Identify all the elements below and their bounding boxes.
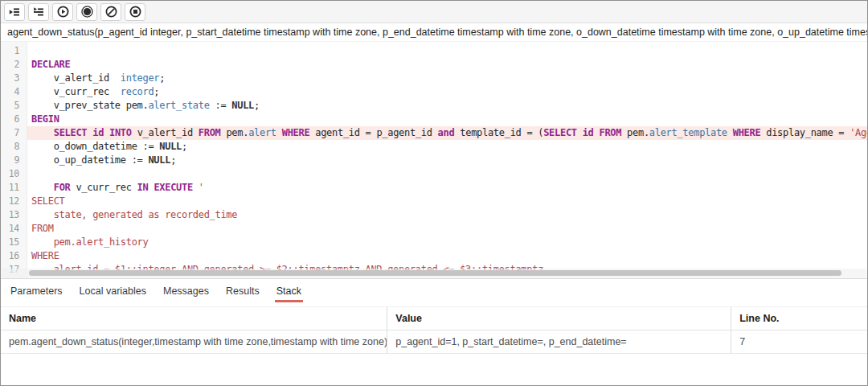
line-content: v_prev_state pem.alert_state := NULL; bbox=[27, 99, 867, 113]
line-number[interactable]: 4 bbox=[1, 85, 27, 99]
tab-local-variables[interactable]: Local variables bbox=[78, 284, 148, 302]
line-number[interactable]: 15 bbox=[1, 236, 27, 249]
step-over-button[interactable] bbox=[28, 3, 49, 21]
line-number[interactable]: 13 bbox=[1, 208, 27, 222]
line-content: SELECT bbox=[27, 195, 867, 208]
code-line[interactable]: 13 state, generated as recorded_time bbox=[1, 208, 867, 222]
step-over-icon bbox=[33, 6, 44, 18]
stack-value-cell: p_agent_id=1, p_start_datetime=, p_end_d… bbox=[387, 331, 731, 354]
bottom-panel-tabs: ParametersLocal variablesMessagesResults… bbox=[1, 279, 867, 302]
tab-stack[interactable]: Stack bbox=[275, 284, 303, 302]
code-line[interactable]: 1 bbox=[1, 44, 867, 58]
line-content: FOR v_curr_rec IN EXECUTE ' bbox=[27, 181, 867, 195]
code-line[interactable]: 3 v_alert_id integer; bbox=[1, 72, 867, 85]
line-content: DECLARE bbox=[27, 58, 867, 72]
line-content: o_down_datetime := NULL; bbox=[27, 140, 867, 154]
line-content: FROM bbox=[27, 222, 867, 236]
code-line[interactable]: 4 v_curr_rec record; bbox=[1, 85, 867, 99]
line-content: o_up_datetime := NULL; bbox=[27, 154, 867, 167]
stack-line-no-cell: 7 bbox=[731, 331, 867, 354]
code-editor[interactable]: 12DECLARE3 v_alert_id integer;4 v_curr_r… bbox=[1, 42, 867, 278]
line-content: WHERE bbox=[27, 249, 867, 263]
line-number[interactable]: 2 bbox=[1, 58, 27, 72]
horizontal-scrollbar-thumb[interactable] bbox=[29, 270, 841, 276]
stop-button[interactable] bbox=[125, 3, 145, 21]
code-line[interactable]: 7 SELECT id INTO v_alert_id FROM pem.ale… bbox=[1, 126, 867, 140]
code-line[interactable]: 8 o_down_datetime := NULL; bbox=[1, 140, 867, 154]
step-into-button[interactable] bbox=[4, 3, 25, 21]
stack-row[interactable]: pem.agent_down_status(integer,timestamp … bbox=[1, 331, 867, 354]
line-content bbox=[27, 44, 867, 58]
horizontal-scrollbar-track[interactable] bbox=[2, 269, 866, 278]
continue-button[interactable] bbox=[52, 3, 73, 21]
toggle-breakpoint-button[interactable] bbox=[76, 3, 97, 21]
tab-parameters[interactable]: Parameters bbox=[9, 284, 64, 302]
line-number[interactable]: 8 bbox=[1, 140, 27, 154]
line-number[interactable]: 9 bbox=[1, 154, 27, 167]
code-line[interactable]: 2DECLARE bbox=[1, 58, 867, 72]
code-line[interactable]: 14FROM bbox=[1, 222, 867, 236]
line-number[interactable]: 5 bbox=[1, 99, 27, 113]
stack-column-header: Value bbox=[387, 307, 731, 331]
code-line[interactable]: 6BEGIN bbox=[1, 113, 867, 126]
line-number[interactable]: 14 bbox=[1, 222, 27, 236]
stack-name-cell: pem.agent_down_status(integer,timestamp … bbox=[1, 331, 387, 354]
stack-column-header: Line No. bbox=[731, 307, 867, 331]
debugger-toolbar bbox=[1, 1, 867, 23]
line-number[interactable]: 1 bbox=[1, 44, 27, 58]
stack-column-header: Name bbox=[1, 307, 387, 331]
line-content bbox=[27, 167, 867, 181]
code-line[interactable]: 10 bbox=[1, 167, 867, 181]
step-into-icon bbox=[9, 6, 20, 18]
code-line[interactable]: 9 o_up_datetime := NULL; bbox=[1, 154, 867, 167]
line-number[interactable]: 12 bbox=[1, 195, 27, 208]
clear-breakpoints-icon bbox=[105, 6, 117, 18]
code-lines: 12DECLARE3 v_alert_id integer;4 v_curr_r… bbox=[1, 44, 867, 277]
line-content: state, generated as recorded_time bbox=[27, 208, 867, 222]
debugger-window: agent_down_status(p_agent_id integer, p_… bbox=[0, 0, 868, 386]
tab-messages[interactable]: Messages bbox=[162, 284, 211, 302]
clear-breakpoints-button[interactable] bbox=[100, 3, 121, 21]
stop-icon bbox=[129, 6, 141, 18]
code-line[interactable]: 16WHERE bbox=[1, 249, 867, 263]
code-line[interactable]: 5 v_prev_state pem.alert_state := NULL; bbox=[1, 99, 867, 113]
line-number[interactable]: 11 bbox=[1, 181, 27, 195]
line-number[interactable]: 10 bbox=[1, 167, 27, 181]
tab-results[interactable]: Results bbox=[224, 284, 261, 302]
line-content: v_curr_rec record; bbox=[27, 85, 867, 99]
continue-icon bbox=[57, 6, 69, 18]
line-number[interactable]: 7 bbox=[1, 126, 27, 140]
code-line[interactable]: 12SELECT bbox=[1, 195, 867, 208]
line-content: BEGIN bbox=[27, 113, 867, 126]
debugger-bottom-panel: ParametersLocal variablesMessagesResults… bbox=[1, 278, 867, 385]
line-number[interactable]: 6 bbox=[1, 113, 27, 126]
toggle-breakpoint-icon bbox=[81, 6, 93, 18]
line-number[interactable]: 16 bbox=[1, 249, 27, 263]
line-content: SELECT id INTO v_alert_id FROM pem.alert… bbox=[27, 126, 867, 140]
line-content: pem.alert_history bbox=[27, 236, 867, 249]
function-signature: agent_down_status(p_agent_id integer, p_… bbox=[1, 23, 867, 42]
line-number[interactable]: 3 bbox=[1, 72, 27, 85]
code-line[interactable]: 15 pem.alert_history bbox=[1, 236, 867, 249]
stack-table: NameValueLine No. pem.agent_down_status(… bbox=[1, 306, 867, 354]
line-content: v_alert_id integer; bbox=[27, 72, 867, 85]
code-line[interactable]: 11 FOR v_curr_rec IN EXECUTE ' bbox=[1, 181, 867, 195]
